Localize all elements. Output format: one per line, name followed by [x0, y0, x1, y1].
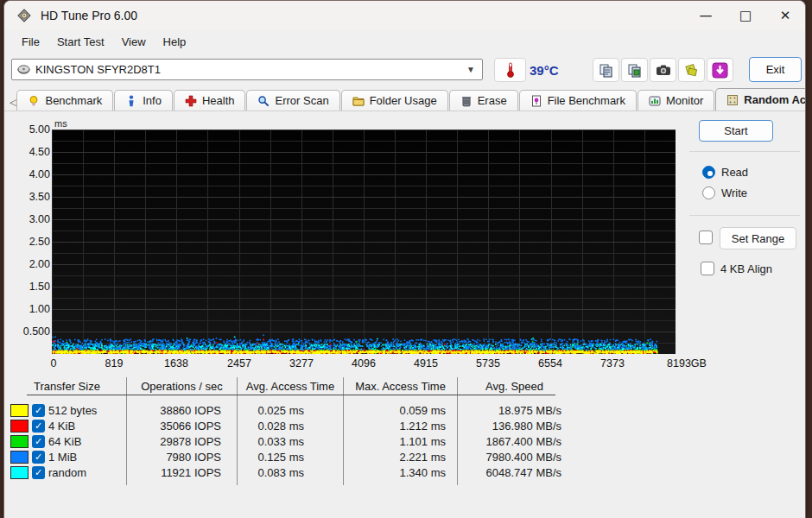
tab-erase[interactable]: Erase: [449, 90, 518, 111]
menu-help[interactable]: Help: [155, 33, 195, 51]
speed-value: 18.975 MB/s: [458, 402, 571, 418]
tab-label: Monitor: [666, 94, 703, 107]
table-row: ✓ random 11921 IOPS 0.083 ms 1.340 ms 60…: [8, 464, 571, 480]
title-bar: HD Tune Pro 6.00 — □ ✕: [4, 1, 805, 30]
tab-file-benchmark[interactable]: File Benchmark: [519, 90, 637, 111]
x-tick: 0: [51, 357, 57, 370]
separator: [689, 215, 800, 216]
tab-scroll-left-icon[interactable]: ◁: [10, 93, 16, 111]
series-checkbox[interactable]: ✓: [32, 451, 45, 464]
tab-label: Random Access: [744, 93, 806, 106]
max-value: 1.340 ms: [344, 464, 458, 480]
avg-value: 0.083 ms: [238, 464, 344, 480]
col-header: Transfer Size: [8, 377, 127, 395]
ops-value: 7980 IOPS: [127, 449, 238, 464]
read-radio[interactable]: [702, 166, 715, 179]
tab-random-access[interactable]: Random Access: [715, 88, 806, 111]
maximize-button[interactable]: □: [726, 1, 765, 30]
temperature-button[interactable]: [494, 58, 526, 82]
chevron-down-icon: ▼: [466, 65, 475, 74]
notes-button[interactable]: [678, 58, 705, 82]
health-cross-icon: [185, 95, 197, 107]
separator: [689, 151, 800, 152]
window-title: HD Tune Pro 6.00: [41, 9, 137, 22]
y-tick: 1.00: [9, 303, 50, 315]
speed-value: 7980.400 MB/s: [458, 449, 571, 464]
series-color-swatch: [10, 451, 29, 464]
set-range-checkbox[interactable]: [699, 231, 713, 244]
menu-start-test[interactable]: Start Test: [48, 33, 113, 51]
x-tick: 4915: [414, 357, 438, 370]
tab-label: Info: [143, 94, 162, 107]
menu-file[interactable]: File: [13, 33, 48, 51]
y-tick: 2.50: [9, 236, 50, 248]
x-tick: 3277: [289, 357, 314, 370]
copy-button[interactable]: [593, 58, 619, 82]
menu-view[interactable]: View: [113, 33, 155, 51]
series-checkbox[interactable]: ✓: [32, 435, 45, 448]
thermometer-icon: [505, 61, 516, 79]
series-color-swatch: [10, 466, 29, 479]
tab-info[interactable]: Info: [114, 90, 173, 111]
speed-value: 1867.400 MB/s: [458, 433, 571, 449]
app-disk-icon: [16, 8, 32, 23]
kb-align-label: 4 KB Align: [720, 262, 772, 275]
header-underline: [27, 395, 555, 395]
table-header-row: Transfer Size Operations / sec Avg. Acce…: [8, 377, 571, 395]
avg-value: 0.025 ms: [238, 402, 344, 418]
tab-label: Error Scan: [275, 94, 328, 107]
col-header: Operations / sec: [127, 377, 238, 395]
max-value: 0.059 ms: [344, 402, 458, 418]
tab-health[interactable]: Health: [174, 90, 246, 111]
col-header: Avg. Access Time: [238, 377, 344, 395]
tab-folder-usage[interactable]: Folder Usage: [341, 90, 448, 111]
max-value: 1.212 ms: [344, 418, 458, 433]
table-row: ✓ 4 KiB 35066 IOPS 0.028 ms 1.212 ms 136…: [8, 418, 571, 433]
drive-selector-dropdown[interactable]: KINGSTON SFYR2D8T1 ▼: [11, 59, 483, 80]
y-tick: 2.00: [9, 258, 50, 270]
table-row: ✓ 512 bytes 38860 IOPS 0.025 ms 0.059 ms…: [8, 402, 571, 418]
series-checkbox[interactable]: ✓: [32, 420, 45, 433]
y-tick: 1.50: [9, 281, 50, 293]
col-header: Max. Access Time: [344, 377, 458, 395]
y-tick: 3.00: [9, 213, 50, 225]
info-icon: [125, 95, 137, 107]
copy-to-file-button[interactable]: [621, 58, 648, 82]
write-label: Write: [721, 186, 747, 199]
tab-label: Benchmark: [45, 94, 102, 107]
x-tick: 7373: [600, 357, 625, 370]
tab-benchmark[interactable]: Benchmark: [16, 90, 113, 111]
table-row: ✓ 64 KiB 29878 IOPS 0.033 ms 1.101 ms 18…: [8, 433, 571, 449]
tab-monitor[interactable]: Monitor: [638, 90, 714, 111]
download-button[interactable]: [707, 58, 733, 82]
x-tick: 4096: [352, 357, 376, 370]
close-button[interactable]: ✕: [765, 1, 805, 30]
x-tick: 6554: [538, 357, 562, 370]
ops-value: 38860 IOPS: [127, 402, 238, 418]
tab-error-scan[interactable]: Error Scan: [246, 90, 339, 111]
series-checkbox[interactable]: ✓: [32, 466, 45, 479]
ops-value: 29878 IOPS: [127, 433, 238, 449]
tab-bar: ◁ Benchmark Info Health: [4, 89, 805, 111]
exit-button[interactable]: Exit: [749, 57, 802, 82]
series-checkbox[interactable]: ✓: [32, 404, 45, 417]
max-value: 2.221 ms: [344, 449, 458, 464]
set-range-button[interactable]: Set Range: [720, 227, 796, 250]
file-benchmark-icon: [530, 95, 542, 107]
x-tick: 8193GB: [667, 357, 707, 370]
write-radio[interactable]: [702, 186, 715, 199]
tab-label: Health: [202, 94, 235, 107]
series-color-swatch: [10, 435, 29, 448]
kb-align-checkbox[interactable]: [701, 262, 714, 275]
minimize-button[interactable]: —: [686, 1, 726, 30]
trash-icon: [460, 95, 473, 107]
col-header: Avg. Speed: [458, 377, 571, 395]
temperature-value: 39°C: [530, 63, 559, 78]
start-button[interactable]: Start: [699, 120, 773, 142]
results-table: Transfer Size Operations / sec Avg. Acce…: [8, 377, 571, 485]
folder-icon: [352, 95, 365, 107]
screenshot-button[interactable]: [650, 58, 676, 82]
ops-value: 35066 IOPS: [127, 418, 238, 433]
magnifier-icon: [257, 95, 270, 107]
transfer-size-label: random: [48, 466, 86, 479]
